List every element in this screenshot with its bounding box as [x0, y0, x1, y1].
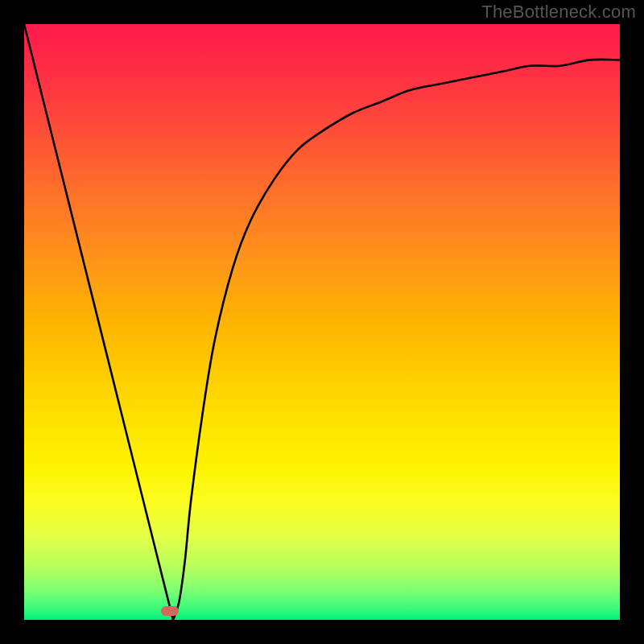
- watermark-text: TheBottleneck.com: [481, 2, 636, 23]
- plot-area: [24, 24, 620, 620]
- bottleneck-curve: [24, 24, 620, 620]
- chart-frame: TheBottleneck.com: [0, 0, 644, 644]
- optimal-point-marker: [161, 606, 179, 616]
